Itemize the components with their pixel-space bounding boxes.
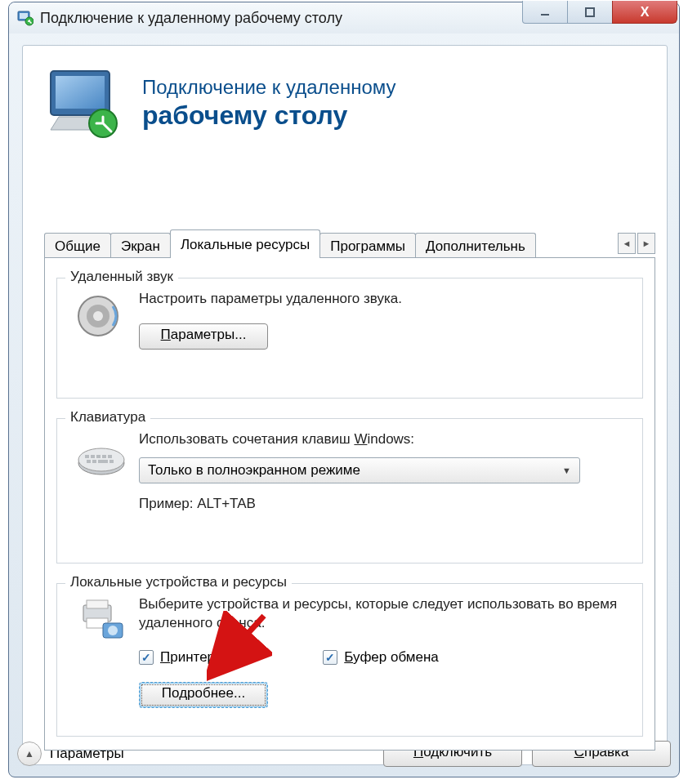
window-controls: X [523, 1, 677, 24]
tab-local-resources[interactable]: Локальные ресурсы [170, 229, 320, 258]
tab-scroll-left[interactable]: ◄ [618, 233, 636, 254]
maximize-button[interactable] [567, 1, 613, 24]
svg-rect-14 [85, 455, 89, 458]
svg-point-11 [93, 311, 103, 321]
banner-text: Подключение к удаленному рабочему столу [142, 76, 396, 131]
tab-scroll-right[interactable]: ► [637, 233, 655, 254]
rdp-window: Подключение к удаленному рабочему столу … [8, 2, 680, 777]
svg-rect-22 [109, 460, 114, 463]
group-keyboard: Клавиатура Использовать сочетания клавиш… [56, 418, 643, 564]
minimize-button[interactable] [522, 1, 568, 24]
banner-line2: рабочему столу [142, 100, 396, 131]
checkbox-icon: ✓ [323, 650, 337, 665]
keyboard-combo[interactable]: Только в полноэкранном режиме ▼ [139, 457, 580, 483]
group-local-devices: Локальные устройства и ресурсы Выберите … [56, 583, 643, 737]
group-devices-legend: Локальные устройства и ресурсы [65, 574, 292, 590]
svg-rect-24 [87, 600, 108, 608]
keyboard-icon [75, 434, 127, 479]
audio-settings-button[interactable]: Параметры... [139, 323, 268, 350]
rdp-banner-icon [44, 66, 126, 140]
checkbox-clipboard[interactable]: ✓ Буфер обмена [323, 649, 439, 666]
svg-rect-15 [91, 455, 95, 458]
svg-rect-4 [586, 8, 594, 16]
svg-point-27 [108, 626, 118, 635]
svg-rect-3 [541, 14, 549, 16]
checkbox-icon: ✓ [139, 650, 154, 665]
svg-rect-19 [87, 460, 91, 463]
rdp-title-icon [17, 10, 34, 26]
devices-desc: Выберите устройства и ресурсы, которые с… [139, 595, 629, 633]
checkbox-printers[interactable]: ✓ Принтеры [139, 649, 225, 666]
titlebar[interactable]: Подключение к удаленному рабочему столу … [9, 2, 679, 33]
window-title: Подключение к удаленному рабочему столу [40, 10, 342, 27]
svg-rect-20 [92, 460, 96, 463]
banner-line1: Подключение к удаленному [142, 76, 396, 99]
tab-panel-local-resources: Удаленный звук Настроить параметры удале… [44, 257, 655, 751]
speaker-icon [75, 293, 127, 339]
svg-rect-7 [56, 76, 105, 109]
group-remote-audio: Удаленный звук Настроить параметры удале… [56, 278, 643, 399]
group-keyboard-legend: Клавиатура [65, 409, 150, 425]
devices-more-button[interactable]: Подробнее... [139, 682, 268, 708]
svg-rect-18 [108, 455, 112, 458]
audio-desc: Настроить параметры удаленного звука. [139, 290, 629, 309]
keyboard-desc: Использовать сочетания клавиш Windows: [139, 430, 629, 449]
chevron-down-icon: ▼ [562, 466, 571, 475]
svg-rect-21 [98, 460, 108, 463]
keyboard-example: Пример: ALT+TAB [139, 495, 629, 514]
chevron-up-icon: ▲ [25, 748, 34, 760]
options-collapse-button[interactable]: ▲ [17, 742, 42, 766]
content-panel: Подключение к удаленному рабочему столу … [22, 45, 668, 765]
svg-rect-16 [96, 455, 101, 458]
group-audio-legend: Удаленный звук [65, 269, 178, 285]
svg-rect-17 [102, 455, 106, 458]
keyboard-combo-value: Только в полноэкранном режиме [148, 462, 360, 479]
tabs: Общие Экран Локальные ресурсы Программы … [44, 229, 655, 258]
close-button[interactable]: X [612, 1, 677, 24]
banner: Подключение к удаленному рабочему столу [23, 46, 667, 160]
printer-devices-icon [75, 599, 127, 644]
